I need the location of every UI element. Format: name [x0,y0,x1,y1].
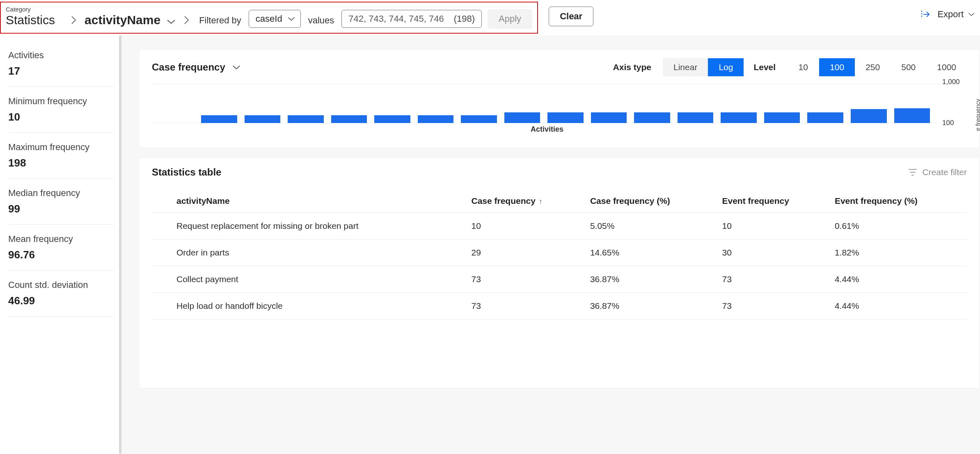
chart-bar [461,115,497,123]
table-row[interactable]: Request replacement for missing or broke… [152,213,967,240]
breadcrumb-category[interactable]: Category Statistics [6,6,55,27]
clear-button[interactable]: Clear [549,7,593,26]
table-cell: 4.44% [831,266,967,293]
chart-y-ticks: 1,000 100 [942,78,964,127]
export-menu[interactable]: Export [921,9,975,20]
chevron-down-icon [287,16,295,22]
chart-bar [504,112,540,123]
category-value: Statistics [6,13,55,27]
table-column-header[interactable]: Event frequency (%) [831,189,967,213]
table-cell: 10 [718,213,831,240]
axis-type-label: Axis type [613,62,651,72]
chart-bar [678,112,714,123]
chevron-down-icon[interactable] [166,18,176,25]
chevron-right-icon [183,15,190,25]
breadcrumb-filter-box: Category Statistics activityName Filtere… [0,2,538,34]
table-row[interactable]: Order in parts2914.65%301.82% [152,240,967,266]
table-cell: Collect payment [152,266,467,293]
chevron-down-icon [232,64,241,71]
table-cell: 73 [467,266,586,293]
y-tick: 100 [942,119,954,127]
axis-type-toggle: LinearLog [663,58,744,76]
table-cell: 36.87% [586,293,718,319]
table-cell: 14.65% [586,240,718,266]
chart-bar [591,112,627,123]
filter-field-value: caseId [256,14,282,24]
level-option-250[interactable]: 250 [855,58,891,76]
level-option-100[interactable]: 100 [819,58,855,76]
chart-card: Case frequency Axis type LinearLog Level… [140,50,979,148]
y-tick: 1,000 [942,78,960,86]
stat-value: 46.99 [8,294,113,307]
table-cell: 1.82% [831,240,967,266]
breadcrumb-item[interactable]: activityName [85,13,160,27]
stat-label: Maximum frequency [8,142,113,153]
table-cell: 29 [467,240,586,266]
table-cell: 0.61% [831,213,967,240]
table-column-header[interactable]: Event frequency [718,189,831,213]
table-title: Statistics table [152,167,221,178]
chart-y-label: e frequency [974,99,980,131]
table-cell: 36.87% [586,266,718,293]
table-card: Statistics table Create filter activityN… [140,158,979,388]
level-option-10[interactable]: 10 [787,58,819,76]
chart-bar [547,112,584,123]
stat-block: Maximum frequency198 [8,142,113,179]
level-label: Level [753,62,776,72]
table-cell: 73 [718,266,831,293]
table-cell: 10 [467,213,586,240]
stat-value: 10 [8,111,113,123]
chart-bar [851,109,887,123]
stat-block: Activities17 [8,50,113,87]
chart-bar [634,112,670,123]
chart-bar [764,112,800,123]
table-cell: Order in parts [152,240,467,266]
create-filter-button[interactable]: Create filter [908,167,967,177]
table-cell: 4.44% [831,293,967,319]
filter-values-input[interactable]: 742, 743, 744, 745, 746 (198) [341,10,482,28]
filter-field-select[interactable]: caseId [249,10,301,28]
table-cell: 73 [467,293,586,319]
axis-type-option-linear[interactable]: Linear [663,58,708,76]
filter-values-count: (198) [454,14,475,24]
level-option-1000[interactable]: 1000 [926,58,967,76]
chart-bar [721,112,757,123]
axis-type-option-log[interactable]: Log [708,58,744,76]
category-label: Category [6,6,55,12]
main-content: Case frequency Axis type LinearLog Level… [121,35,980,454]
chart-x-label: Activities [152,125,942,134]
table-row[interactable]: Collect payment7336.87%734.44% [152,266,967,293]
table-cell: Help load or handoff bicycle [152,293,467,319]
chevron-down-icon [968,11,975,17]
export-label: Export [937,9,964,20]
level-option-500[interactable]: 500 [891,58,926,76]
topbar: Category Statistics activityName Filtere… [0,0,980,35]
apply-button[interactable]: Apply [488,9,532,29]
stat-value: 198 [8,157,113,169]
chart-bar [245,115,281,123]
stat-label: Count std. deviation [8,280,113,290]
stat-block: Median frequency99 [8,188,113,225]
stat-block: Minimum frequency10 [8,96,113,133]
chart-bar [374,115,410,123]
stat-label: Mean frequency [8,234,113,244]
table-cell: 30 [718,240,831,266]
chart-title-dropdown[interactable]: Case frequency [152,62,241,73]
table-row[interactable]: Help load or handoff bicycle7336.87%734.… [152,293,967,319]
table-header-row: activityNameCase frequency↑Case frequenc… [152,189,967,213]
chart-bar [201,115,237,123]
export-icon [921,10,932,19]
level-toggle: 101002505001000 [787,58,967,76]
statistics-table: activityNameCase frequency↑Case frequenc… [152,189,967,319]
chart-bar [288,115,324,123]
stat-value: 99 [8,203,113,215]
filtered-by-label: Filtered by [199,15,241,26]
stat-label: Activities [8,50,113,61]
stat-block: Count std. deviation46.99 [8,280,113,317]
table-column-header[interactable]: activityName [152,189,467,213]
table-column-header[interactable]: Case frequency (%) [586,189,718,213]
table-cell: Request replacement for missing or broke… [152,213,467,240]
chart-bar [418,115,454,123]
values-label: values [308,15,334,26]
table-column-header[interactable]: Case frequency↑ [467,189,586,213]
